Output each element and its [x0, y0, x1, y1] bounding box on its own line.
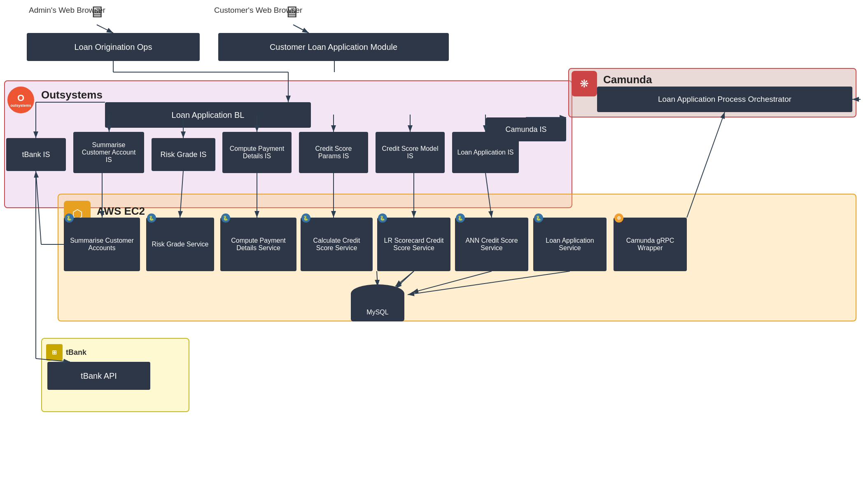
lr-scorecard-service-box: 🐍 LR Scorecard Credit Score Service	[377, 218, 450, 271]
compute-payment-service-label: Compute Payment Details Service	[225, 237, 292, 252]
python-badge-compute: 🐍	[221, 213, 230, 223]
python-badge-loan: 🐍	[534, 213, 543, 223]
loan-application-service-label: Loan Application Service	[538, 237, 602, 252]
ann-credit-score-service-label: ANN Credit Score Service	[460, 237, 523, 252]
risk-grade-service-label: Risk Grade Service	[152, 241, 209, 248]
compute-payment-is-box: Compute Payment Details IS	[222, 132, 292, 173]
summarise-account-is-box: Summarise Customer Account IS	[73, 132, 144, 173]
tbank-logo: ⊞ tBank	[46, 344, 86, 361]
calculate-credit-score-service-box: 🐍 Calculate Credit Score Service	[301, 218, 373, 271]
summarise-accounts-service-label: Summarise Customer Accounts	[69, 237, 135, 252]
calculate-credit-score-service-label: Calculate Credit Score Service	[306, 237, 368, 252]
svg-line-3	[293, 25, 309, 33]
credit-score-model-is-box: Credit Score Model IS	[376, 132, 445, 173]
loan-app-bl-box: Loan Application BL	[105, 102, 311, 128]
svg-line-2	[97, 25, 113, 33]
architecture-diagram: O outsystems Outsystems ⬡ AWS EC2 ❋ Camu…	[0, 0, 868, 497]
python-badge-lr: 🐍	[378, 213, 387, 223]
loan-app-orchestrator-box: Loan Application Process Orchestrator	[597, 87, 852, 112]
python-badge-ann: 🐍	[456, 213, 465, 223]
credit-score-params-is-box: Credit Score Params IS	[299, 132, 368, 173]
camunda-grpc-wrapper-label: Camunda gRPC Wrapper	[618, 237, 682, 252]
python-badge-calc: 🐍	[301, 213, 310, 223]
admin-browser-label: Admin's Web Browser	[29, 6, 105, 15]
python-badge-grpc: ⚙	[614, 213, 623, 223]
mysql-box: MySQL	[351, 284, 404, 321]
customer-browser-label: Customer's Web Browser	[214, 6, 302, 15]
risk-grade-is-box: Risk Grade IS	[152, 138, 215, 171]
loan-app-is-box: Loan Application IS	[452, 132, 519, 173]
aws-ec2-label: AWS EC2	[97, 205, 145, 218]
loan-application-service-box: 🐍 Loan Application Service	[533, 218, 607, 271]
lr-scorecard-service-label: LR Scorecard Credit Score Service	[382, 237, 446, 252]
compute-payment-service-box: 🐍 Compute Payment Details Service	[220, 218, 296, 271]
outsystems-logo: O outsystems	[7, 87, 34, 113]
outsystems-label: Outsystems	[41, 89, 103, 101]
risk-grade-service-box: 🐍 Risk Grade Service	[146, 218, 214, 271]
camunda-label: Camunda	[603, 73, 652, 86]
python-badge-risk: 🐍	[147, 213, 156, 223]
tbank-api-box: tBank API	[47, 362, 150, 390]
python-badge-summarise: 🐍	[65, 213, 74, 223]
ann-credit-score-service-box: 🐍 ANN Credit Score Service	[455, 218, 528, 271]
camunda-logo: ❋	[572, 71, 597, 96]
tbank-label: tBank	[66, 348, 86, 357]
customer-loan-module-box: Customer Loan Application Module	[218, 33, 449, 61]
camunda-grpc-wrapper-box: ⚙ Camunda gRPC Wrapper	[614, 218, 687, 271]
tbank-is-box: tBank IS	[6, 138, 66, 171]
summarise-accounts-service-box: 🐍 Summarise Customer Accounts	[64, 218, 140, 271]
loan-origination-box: Loan Origination Ops	[27, 33, 200, 61]
